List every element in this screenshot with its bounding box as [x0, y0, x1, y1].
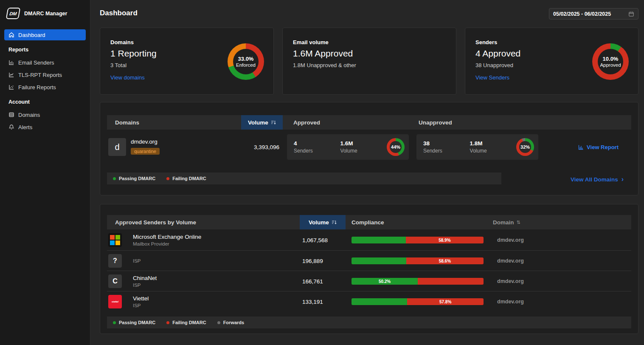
- sender-row-unknown-isp[interactable]: ? ISP 196,889 58.6% dmdev.org: [107, 250, 631, 271]
- sidebar-item-dashboard[interactable]: Dashboard: [4, 29, 86, 40]
- domains-table-card: Domains Volume Approved Unapproved d dmd…: [100, 102, 638, 195]
- view-domains-link[interactable]: View domains: [110, 74, 145, 81]
- email-volume-bar-chart: [358, 34, 452, 82]
- home-icon: [8, 32, 14, 38]
- stat-value: 38: [423, 140, 470, 147]
- sidebar-item-label: Alerts: [18, 124, 32, 130]
- sidebar-item-email-senders[interactable]: Email Senders: [4, 57, 86, 68]
- sender-volume: 1,067,568: [302, 230, 328, 250]
- sort-descending-icon: [332, 220, 337, 225]
- sender-domain[interactable]: dmdev.org: [497, 251, 524, 271]
- sender-name[interactable]: ChinaNet: [133, 275, 157, 281]
- sender-type: Mailbox Provider: [133, 241, 201, 246]
- domain-row-dmdev[interactable]: d dmdev.org quarantine 3,393,096 4 Sende…: [107, 134, 631, 160]
- domain-avatar: d: [108, 138, 126, 156]
- sender-name-block: Viettel ISP: [133, 291, 149, 312]
- approved-senders-table-card: Approved Senders by Volume Volume Compli…: [100, 204, 638, 334]
- legend-passing-dmarc: Passing DMARC: [113, 320, 155, 325]
- senders-table-header: Approved Senders by Volume Volume Compli…: [107, 215, 631, 229]
- legend-label: Failing DMARC: [172, 320, 206, 325]
- column-header-unapproved[interactable]: Unapproved: [419, 115, 452, 130]
- sidebar-item-tls-rpt-reports[interactable]: TLS-RPT Reports: [4, 69, 86, 80]
- ms-square-green: [115, 235, 120, 240]
- sender-name[interactable]: Viettel: [133, 295, 149, 302]
- domains-summary-card: Domains 1 Reporting 3 Total View domains…: [100, 28, 274, 95]
- sidebar-item-failure-reports[interactable]: Failure Reports: [4, 82, 86, 93]
- donut-center: 44%: [390, 141, 402, 153]
- column-header-label: Volume: [248, 119, 268, 126]
- date-range-picker[interactable]: 05/02/2025 - 06/02/2025: [549, 8, 638, 20]
- compliance-bar: 57.8%: [352, 298, 484, 305]
- unapproved-stats-group: 38 Senders 1.8M Volume 32%: [416, 134, 538, 160]
- sidebar-item-domains[interactable]: Domains: [4, 109, 86, 120]
- column-header-compliance[interactable]: Compliance: [352, 215, 384, 229]
- domain-name[interactable]: dmdev.org: [131, 139, 160, 145]
- legend-forwards: Forwards: [217, 320, 245, 325]
- column-header-domains[interactable]: Domains: [115, 115, 139, 130]
- donut-center: 33.0% Enforced: [233, 49, 259, 74]
- approved-pass-rate-donut: 44%: [387, 138, 405, 156]
- column-header-label: Domain: [493, 219, 514, 226]
- donut-caption: Enforced: [236, 62, 256, 68]
- senders-legend: Passing DMARC Failing DMARC Forwards: [107, 317, 631, 328]
- failing-segment: 58.6%: [406, 257, 484, 264]
- sender-type: ISP: [133, 283, 157, 288]
- legend-passing-dmarc: Passing DMARC: [113, 176, 155, 181]
- page-title: Dashboard: [100, 9, 138, 17]
- unapproved-volume-stat: 1.8M Volume: [470, 140, 517, 154]
- legend-label: Passing DMARC: [119, 320, 155, 325]
- sender-domain[interactable]: dmdev.org: [497, 291, 524, 312]
- legend-label: Failing DMARC: [172, 176, 206, 181]
- sender-type: ISP: [133, 258, 141, 263]
- enforced-donut-chart: 33.0% Enforced: [228, 43, 264, 80]
- sidebar-item-label: Domains: [18, 112, 40, 118]
- passing-segment: [352, 257, 406, 264]
- failing-segment: 58.9%: [406, 237, 484, 243]
- sender-name[interactable]: Microsoft Exchange Online: [133, 234, 201, 240]
- column-header-volume[interactable]: Volume: [300, 215, 346, 229]
- sidebar-item-label: Failure Reports: [18, 84, 56, 90]
- app-name: DMARC Manager: [24, 11, 67, 17]
- line-chart-icon: [8, 72, 14, 78]
- table-title: Approved Senders by Volume: [115, 215, 196, 229]
- stat-label: Senders: [423, 148, 470, 154]
- green-dot: [113, 321, 116, 324]
- sender-volume: 196,889: [302, 251, 323, 271]
- donut-percent: 33.0%: [238, 56, 254, 62]
- column-header-domain[interactable]: Domain ⇅: [493, 215, 520, 229]
- calendar-icon: [628, 11, 634, 17]
- sender-row-microsoft[interactable]: Microsoft Exchange Online Mailbox Provid…: [107, 230, 631, 250]
- date-range-value: 05/02/2025 - 06/02/2025: [553, 11, 611, 17]
- stat-label: Volume: [470, 148, 517, 154]
- sidebar: DM DMARC Manager Dashboard Reports Email…: [0, 0, 90, 345]
- unapproved-pass-rate-donut: 32%: [516, 138, 534, 156]
- approved-senders-stat: 4 Senders: [294, 140, 340, 154]
- legend-label: Forwards: [223, 320, 245, 325]
- logo-text: DM: [9, 11, 17, 16]
- view-report-link[interactable]: View Report: [578, 134, 619, 160]
- stat-value: 1.8M: [470, 140, 517, 147]
- policy-badge: quarantine: [131, 148, 160, 155]
- sidebar-item-alerts[interactable]: Alerts: [4, 122, 86, 133]
- report-chart-icon: [578, 144, 584, 150]
- sidebar-section-account: Account: [8, 99, 82, 105]
- sender-row-chinanet[interactable]: C ChinaNet ISP 166,761 50.2% dmdev.org: [107, 271, 631, 291]
- failing-segment: 57.8%: [407, 298, 484, 305]
- column-header-volume[interactable]: Volume: [241, 115, 283, 130]
- view-senders-link[interactable]: View Senders: [475, 74, 509, 81]
- sender-domain[interactable]: dmdev.org: [497, 271, 524, 291]
- column-header-approved[interactable]: Approved: [293, 115, 320, 130]
- sender-row-viettel[interactable]: viettel Viettel ISP 133,191 57.8% dmdev.…: [107, 291, 631, 311]
- compliance-bar: 58.6%: [352, 257, 484, 264]
- sender-domain[interactable]: dmdev.org: [497, 230, 524, 250]
- bell-icon: [8, 124, 14, 130]
- view-all-domains-link[interactable]: View All Domains ›: [571, 175, 624, 183]
- failing-segment: [418, 278, 484, 285]
- unapproved-senders-stat: 38 Senders: [423, 140, 470, 154]
- compliance-percent: 58.9%: [439, 238, 450, 243]
- passing-segment: 50.2%: [352, 278, 418, 285]
- sidebar-item-label: TLS-RPT Reports: [18, 72, 62, 78]
- approved-senders-donut-chart: 10.0% Approved: [592, 43, 629, 80]
- unknown-sender-avatar: ?: [108, 254, 122, 268]
- legend-failing-dmarc: Failing DMARC: [166, 176, 206, 181]
